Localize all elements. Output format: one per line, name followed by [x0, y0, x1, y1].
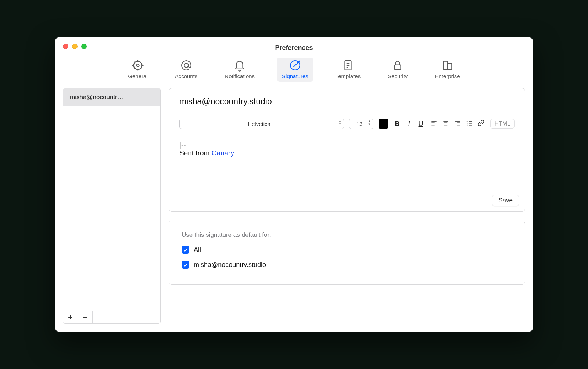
- formatting-toolbar: Helvetica ▲▼ 13 ▲▼ B I U: [179, 116, 514, 134]
- chevron-updown-icon: ▲▼: [338, 120, 341, 126]
- checkbox-checked-icon[interactable]: [182, 261, 189, 269]
- signature-separator: --: [181, 141, 186, 149]
- font-size-select[interactable]: 13 ▲▼: [349, 119, 373, 129]
- add-signature-button[interactable]: +: [63, 311, 78, 323]
- gear-icon: [132, 60, 144, 71]
- close-window-button[interactable]: [63, 44, 68, 49]
- font-size-value: 13: [356, 121, 363, 127]
- window-controls: [63, 44, 87, 49]
- link-button[interactable]: [477, 119, 485, 129]
- default-signature-label: Use this signature as default for:: [182, 231, 514, 239]
- at-icon: [180, 60, 193, 71]
- tab-label: Templates: [336, 73, 361, 79]
- signature-editor-panel: misha@nocountry.studio Helvetica ▲▼ 13 ▲…: [169, 88, 525, 212]
- font-family-select[interactable]: Helvetica ▲▼: [179, 119, 344, 129]
- titlebar: Preferences: [55, 37, 533, 56]
- main-column: misha@nocountry.studio Helvetica ▲▼ 13 ▲…: [169, 88, 525, 324]
- signature-link[interactable]: Canary: [212, 149, 234, 157]
- tab-templates[interactable]: Templates: [330, 58, 366, 82]
- default-option-label: All: [194, 246, 201, 254]
- html-toggle-button[interactable]: HTML: [490, 119, 514, 129]
- tab-label: Accounts: [175, 73, 198, 79]
- tab-signatures[interactable]: Signatures: [277, 58, 313, 82]
- svg-rect-7: [448, 63, 452, 69]
- preferences-window: Preferences General Accounts Notificatio…: [55, 37, 533, 332]
- text-color-swatch[interactable]: [379, 119, 388, 129]
- tab-enterprise[interactable]: Enterprise: [430, 58, 465, 82]
- default-all-row[interactable]: All: [182, 246, 514, 254]
- svg-point-9: [467, 123, 468, 124]
- signatures-list: misha@nocountr…: [63, 88, 160, 311]
- align-center-button[interactable]: [442, 119, 450, 129]
- tab-security[interactable]: Security: [383, 58, 413, 82]
- signature-editor[interactable]: -- Sent from Canary: [179, 134, 514, 193]
- underline-button[interactable]: U: [417, 120, 425, 128]
- building-icon: [441, 60, 454, 71]
- default-option-label: misha@nocountry.studio: [194, 261, 266, 269]
- lock-icon: [391, 60, 404, 71]
- font-family-value: Helvetica: [248, 121, 270, 127]
- zoom-window-button[interactable]: [81, 44, 87, 49]
- tab-notifications[interactable]: Notifications: [219, 58, 260, 82]
- text-style-group: B I U: [393, 120, 425, 128]
- bullet-list-button[interactable]: [465, 119, 473, 129]
- tab-label: General: [128, 73, 147, 79]
- minimize-window-button[interactable]: [72, 44, 78, 49]
- signature-list-item[interactable]: misha@nocountr…: [63, 88, 160, 106]
- window-title: Preferences: [55, 44, 533, 52]
- tab-label: Signatures: [282, 73, 308, 79]
- tab-label: Security: [388, 73, 408, 79]
- default-signature-panel: Use this signature as default for: All m…: [169, 221, 525, 285]
- italic-button[interactable]: I: [405, 120, 413, 128]
- tab-label: Notifications: [225, 73, 255, 79]
- svg-point-2: [184, 63, 188, 67]
- chevron-updown-icon: ▲▼: [368, 120, 371, 126]
- content-area: misha@nocountr… + − misha@nocountry.stud…: [55, 88, 533, 332]
- preferences-tabs: General Accounts Notifications Signature…: [55, 56, 533, 88]
- svg-rect-6: [443, 61, 447, 70]
- remove-signature-button[interactable]: −: [78, 311, 93, 323]
- save-button[interactable]: Save: [492, 195, 519, 206]
- bold-button[interactable]: B: [393, 120, 401, 128]
- svg-point-1: [136, 64, 139, 66]
- svg-rect-5: [395, 65, 401, 70]
- bell-icon: [233, 60, 246, 71]
- signature-text: Sent from: [179, 149, 212, 157]
- signatures-sidebar: misha@nocountr… + −: [63, 88, 161, 324]
- svg-point-10: [467, 124, 468, 126]
- tab-general[interactable]: General: [123, 58, 153, 82]
- svg-point-8: [467, 121, 468, 122]
- alignment-group: [430, 119, 485, 129]
- signature-account-label: misha@nocountry.studio: [179, 97, 514, 112]
- align-left-button[interactable]: [430, 119, 438, 129]
- checkbox-checked-icon[interactable]: [182, 246, 189, 254]
- default-account-row[interactable]: misha@nocountry.studio: [182, 261, 514, 269]
- tab-label: Enterprise: [435, 73, 460, 79]
- sidebar-footer: + −: [63, 311, 160, 323]
- tab-accounts[interactable]: Accounts: [170, 58, 203, 82]
- document-icon: [342, 60, 354, 71]
- signature-icon: [289, 60, 301, 71]
- align-right-button[interactable]: [453, 119, 462, 129]
